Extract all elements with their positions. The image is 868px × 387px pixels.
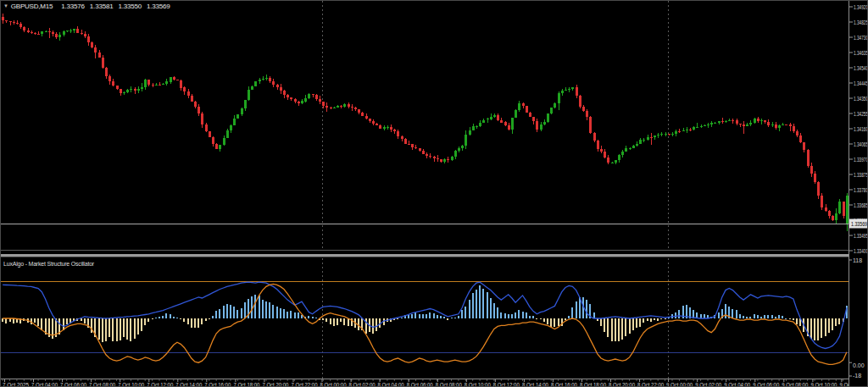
time-axis-label: 7 Oct 14:00	[175, 382, 202, 387]
time-axis-label: 8 Oct 10:00	[465, 382, 491, 387]
price-axis-label: 1.33400	[854, 248, 868, 254]
subwindow-separator[interactable]	[1, 254, 868, 257]
main-chart-bottom-border	[1, 250, 849, 251]
price-axis-label: 1.34065	[854, 141, 868, 147]
time-axis-label: 9 Oct 08:00	[782, 382, 808, 387]
time-axis-label: 8 Oct 18:00	[580, 382, 606, 387]
price-axis-label: 1.34540	[854, 65, 868, 71]
time-axis-label: 8 Oct 22:00	[637, 382, 664, 387]
osc-scale-top: 118	[853, 257, 862, 263]
time-axis-label: 8 Oct 06:00	[407, 382, 433, 387]
time-axis-label: 7 Oct 10:00	[118, 382, 144, 387]
oscillator-area[interactable]	[1, 258, 849, 379]
price-axis-label: 1.34730	[854, 35, 868, 41]
price-axis-label: 1.34920	[854, 4, 868, 10]
price-axis-label: 1.34160	[854, 126, 868, 132]
price-axis-label: 1.33875	[854, 172, 868, 178]
chart-window: 1.349201.348251.347301.346351.345401.344…	[0, 0, 868, 387]
price-axis-label: 1.33780	[854, 187, 868, 193]
time-axis-label: 9 Oct 10:00	[810, 382, 837, 387]
price-chart-area[interactable]	[1, 1, 849, 252]
time-axis-label: 7 Oct 06:00	[60, 382, 86, 387]
price-axis-label: 1.34350	[854, 96, 868, 102]
osc-scale-zero: 0.00	[853, 362, 865, 368]
oscillator-blue-line	[3, 282, 847, 348]
price-axis-label: 1.33685	[854, 202, 868, 208]
price-axis-label: 1.34445	[854, 80, 868, 86]
indicator-label: LuxAlgo - Market Structure Oscillator	[3, 261, 94, 267]
price-axis-label: 1.34635	[854, 50, 868, 56]
time-axis-label: 9 Oct 06:00	[753, 382, 779, 387]
time-axis-label: 9 Oct 02:00	[695, 382, 721, 387]
price-axis[interactable]: 1.349201.348251.347301.346351.345401.344…	[849, 1, 868, 387]
chart-title: ▼GBPUSD,M151.335761.335811.335501.33569	[3, 3, 175, 13]
time-axis-label: 8 Oct 02:00	[349, 382, 376, 387]
time-axis-label: 7 Oct 2025	[3, 382, 29, 387]
time-axis-label: 8 Oct 14:00	[522, 382, 548, 387]
symbol-period-label: GBPUSD,M15	[11, 3, 53, 10]
time-axis-label: 7 Oct 04:00	[31, 382, 58, 387]
oscillator-histogram	[2, 285, 848, 342]
time-axis-label: 7 Oct 20:00	[262, 382, 288, 387]
time-axis-label: 7 Oct 16:00	[204, 382, 231, 387]
quote-high: 1.33581	[90, 3, 114, 10]
time-axis-label: 9 Oct 00:00	[666, 382, 693, 387]
time-axis-label: 8 Oct 20:00	[609, 382, 635, 387]
time-axis[interactable]: 7 Oct 20257 Oct 04:007 Oct 06:007 Oct 08…	[1, 379, 849, 387]
time-axis-label: 7 Oct 08:00	[89, 382, 115, 387]
time-axis-label: 8 Oct 08:00	[436, 382, 462, 387]
quote-open: 1.33576	[61, 3, 85, 10]
time-axis-label: 9 Oct 12:00	[839, 382, 849, 387]
time-axis-label: 8 Oct 04:00	[378, 382, 404, 387]
osc-scale-bottom: -18	[853, 373, 861, 379]
quote-low: 1.33550	[118, 3, 142, 10]
time-axis-label: 7 Oct 18:00	[233, 382, 259, 387]
time-axis-label: 8 Oct 12:00	[493, 382, 520, 387]
price-axis-label: 1.33495	[854, 233, 868, 239]
collapse-icon[interactable]: ▼	[3, 3, 8, 8]
quote-close: 1.33569	[147, 3, 170, 10]
current-price-label: 1.33569	[851, 221, 867, 227]
time-axis-label: 7 Oct 12:00	[147, 382, 173, 387]
time-axis-label: 9 Oct 04:00	[724, 382, 750, 387]
time-axis-label: 8 Oct 16:00	[551, 382, 577, 387]
time-axis-label: 8 Oct 00:00	[320, 382, 347, 387]
price-axis-label: 1.34255	[854, 111, 868, 117]
price-axis-label: 1.33970	[854, 157, 868, 163]
time-axis-label: 7 Oct 22:00	[292, 382, 318, 387]
price-axis-label: 1.34825	[854, 19, 868, 25]
